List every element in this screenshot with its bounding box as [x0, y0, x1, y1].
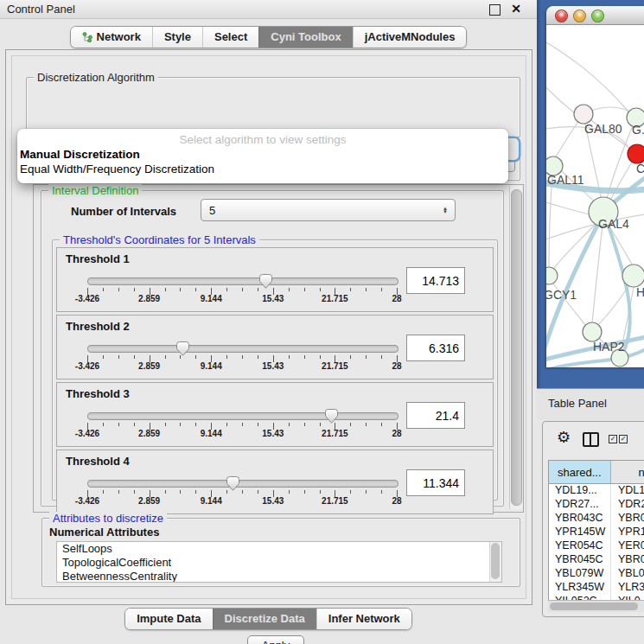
- cell-name[interactable]: YPR1: [611, 526, 644, 539]
- dropdown-option[interactable]: Manual Discretization: [20, 148, 140, 161]
- node-table: shared... na YDL19...YDL1YDR27...YDR2YBR…: [548, 460, 644, 602]
- dropdown-option[interactable]: Equal Width/Frequency Discretization: [20, 163, 214, 175]
- cell-shared-name[interactable]: YPR145W: [549, 526, 611, 539]
- network-node[interactable]: [546, 267, 558, 284]
- close-traffic-light[interactable]: [555, 10, 568, 22]
- apply-button[interactable]: Apply: [247, 635, 304, 644]
- tick-label: 2.859: [138, 429, 160, 438]
- slider-thumb[interactable]: [226, 476, 239, 491]
- tab-label: Network: [97, 30, 141, 43]
- top-tab-jactivemnodules[interactable]: jActiveMNodules: [353, 27, 467, 48]
- slider-track[interactable]: [87, 412, 399, 420]
- top-tab-select[interactable]: Select: [202, 27, 258, 48]
- table-row[interactable]: YER054CYER0: [549, 539, 644, 553]
- network-edge[interactable]: [546, 77, 576, 114]
- network-node[interactable]: [574, 105, 593, 124]
- slider-track[interactable]: [87, 345, 399, 353]
- attribute-item[interactable]: SelfLoops: [57, 542, 501, 556]
- slider-track[interactable]: [87, 277, 399, 285]
- checkbox-icon[interactable]: ✓: [609, 435, 617, 443]
- attributes-scrollbar[interactable]: [489, 542, 501, 582]
- table-row[interactable]: YBR043CYBR0: [549, 512, 644, 526]
- cell-shared-name[interactable]: YDR27...: [549, 498, 611, 512]
- horizontal-scrollbar[interactable]: [548, 600, 644, 612]
- attribute-item[interactable]: TopologicalCoefficient: [57, 556, 501, 570]
- slider-thumb[interactable]: [259, 274, 272, 289]
- checkbox-icon[interactable]: ✓: [619, 435, 628, 443]
- number-of-intervals-combobox[interactable]: 5 ▲▼: [201, 199, 456, 221]
- numerical-attributes-list[interactable]: SelfLoopsTopologicalCoefficientBetweenne…: [56, 541, 502, 583]
- node-label: G.: [632, 123, 644, 137]
- threshold-value-field[interactable]: 14.713: [406, 267, 465, 294]
- top-tab-cyni-toolbox[interactable]: Cyni Toolbox: [258, 27, 352, 48]
- network-node[interactable]: [622, 265, 644, 287]
- close-icon[interactable]: ✕: [511, 2, 521, 16]
- bottom-tab-impute-data[interactable]: Impute Data: [125, 609, 212, 629]
- cell-name[interactable]: YER0: [611, 539, 644, 553]
- scrollbar-thumb[interactable]: [511, 189, 522, 506]
- discretization-algorithm-title: Discretization Algorithm: [34, 71, 158, 84]
- network-edge[interactable]: [553, 221, 598, 270]
- cell-name[interactable]: YLR3: [611, 581, 644, 595]
- minimize-traffic-light[interactable]: [573, 10, 586, 22]
- columns-icon[interactable]: [583, 432, 599, 447]
- network-edge[interactable]: [592, 226, 603, 322]
- network-edge[interactable]: [546, 200, 589, 214]
- network-edge[interactable]: [596, 285, 629, 326]
- attribute-item[interactable]: BetweennessCentrality: [57, 570, 501, 583]
- cell-name[interactable]: YBR0: [611, 553, 644, 567]
- cell-name[interactable]: YDR2: [611, 498, 644, 512]
- network-node[interactable]: [583, 322, 602, 341]
- threshold-value-field[interactable]: 21.4: [406, 402, 465, 429]
- top-tab-style[interactable]: Style: [152, 27, 202, 48]
- cell-shared-name[interactable]: YLR345W: [549, 581, 611, 595]
- threshold-value-field[interactable]: 11.344: [406, 469, 465, 496]
- table-row[interactable]: YPR145WYPR1: [549, 526, 644, 539]
- tick-label: 9.144: [201, 496, 222, 506]
- zoom-traffic-light[interactable]: [591, 10, 604, 22]
- network-canvas[interactable]: GAL80G.CGAL11GAL4GCY1HHAP2: [546, 25, 644, 367]
- network-edge[interactable]: [546, 42, 628, 112]
- bottom-tab-discretize-data[interactable]: Discretize Data: [213, 609, 316, 629]
- threshold-label: Threshold 4: [66, 455, 130, 468]
- thresholds-group-title: Threshold's Coordinates for 5 Intervals: [60, 233, 259, 246]
- network-view-window[interactable]: GAL80G.CGAL11GAL4GCY1HHAP2: [546, 6, 644, 367]
- scrollbar-thumb[interactable]: [491, 543, 500, 579]
- network-tree-icon: [82, 32, 92, 42]
- float-window-icon[interactable]: [489, 4, 501, 16]
- cell-shared-name[interactable]: YDL19...: [549, 484, 611, 498]
- table-row[interactable]: YDL19...YDL1: [549, 484, 644, 498]
- tick-label: 2.859: [138, 361, 160, 371]
- cell-name[interactable]: YBL0: [611, 567, 644, 581]
- cell-name[interactable]: YBR0: [611, 512, 644, 526]
- table-row[interactable]: YDR27...YDR2: [549, 498, 644, 512]
- tab-label: Style: [164, 30, 191, 43]
- cell-shared-name[interactable]: YBR045C: [549, 553, 611, 567]
- gear-icon[interactable]: ⚙: [557, 430, 571, 445]
- bottom-tab-strip: Impute DataDiscretize DataInfer Network: [0, 608, 537, 630]
- column-header-name[interactable]: na: [611, 461, 644, 483]
- network-node[interactable]: [628, 144, 644, 163]
- scrollbar-thumb[interactable]: [550, 603, 638, 610]
- slider-track[interactable]: [87, 480, 399, 488]
- threshold-value-field[interactable]: 6.316: [406, 335, 465, 361]
- cell-shared-name[interactable]: YER054C: [549, 539, 611, 553]
- node-label: C: [636, 162, 644, 175]
- table-row[interactable]: YLR345WYLR3: [549, 581, 644, 595]
- table-row[interactable]: YBR045CYBR0: [549, 553, 644, 567]
- bottom-tab-infer-network[interactable]: Infer Network: [316, 609, 411, 629]
- network-window-titlebar[interactable]: [546, 6, 644, 25]
- tab-label: Impute Data: [137, 612, 201, 625]
- slider-thumb[interactable]: [325, 409, 338, 424]
- table-row[interactable]: YBL079WYBL0: [549, 567, 644, 581]
- cell-name[interactable]: YDL1: [611, 484, 644, 498]
- top-tab-network[interactable]: Network: [71, 27, 152, 48]
- column-header-shared-name[interactable]: shared...: [549, 461, 611, 483]
- cell-shared-name[interactable]: YBL079W: [549, 567, 611, 581]
- slider-thumb[interactable]: [176, 341, 189, 356]
- vertical-scrollbar[interactable]: [509, 186, 522, 509]
- tick-label: 21.715: [322, 496, 348, 506]
- cell-shared-name[interactable]: YBR043C: [549, 512, 611, 526]
- threshold-panel: Threshold 3-3.4262.8599.14415.4321.71528…: [56, 382, 494, 447]
- algorithm-dropdown-popup: Select algorithm to view settings Manual…: [17, 129, 508, 183]
